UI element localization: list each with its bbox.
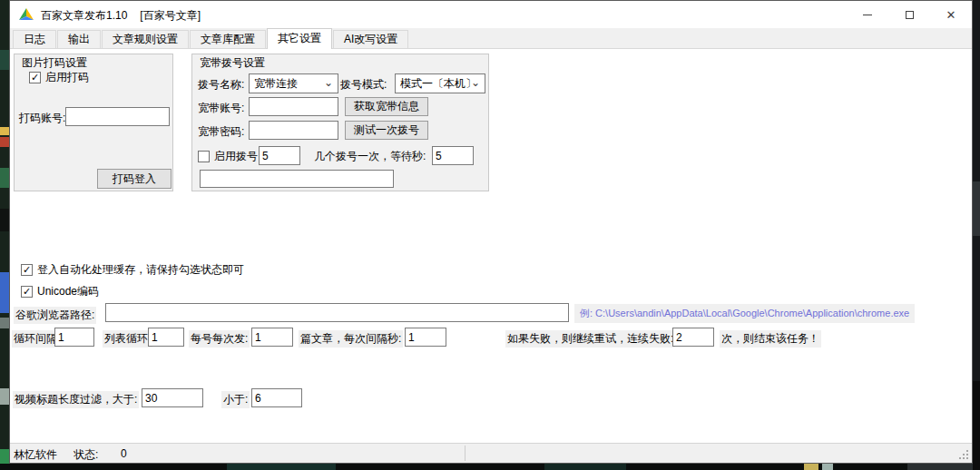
broadband-account-label: 宽带账号:: [198, 101, 244, 116]
captcha-account-input[interactable]: [65, 107, 170, 126]
dial-wait-input[interactable]: [432, 146, 474, 165]
per-account-input[interactable]: [251, 328, 293, 347]
status-value: 0: [121, 447, 127, 460]
captcha-groupbox: 图片打码设置 ✓ 启用打码 打码账号: 打码登入: [14, 54, 173, 191]
list-loop-input[interactable]: [148, 328, 184, 347]
other-settings-page: 图片打码设置 ✓ 启用打码 打码账号: 打码登入 宽带拨号设置 拨号名称: 宽带…: [10, 49, 972, 445]
tab-other-settings[interactable]: 其它设置: [267, 28, 332, 49]
tab-log[interactable]: 日志: [13, 30, 56, 48]
checkbox-unchecked-icon: [198, 151, 210, 162]
desktop-bottom-strip: [0, 464, 980, 470]
dial-name-value: 宽带连接: [254, 76, 298, 92]
dial-name-select[interactable]: 宽带连接 ⌄: [249, 73, 338, 93]
statusbar-separator: [465, 446, 466, 461]
enable-captcha-label: 启用打码: [45, 70, 89, 85]
loop-interval-input[interactable]: [54, 328, 94, 347]
title-less-input[interactable]: [251, 388, 302, 407]
enable-dial-label: 启用拨号: [214, 149, 258, 164]
fail-count-input[interactable]: [672, 328, 714, 347]
dial-name-label: 拨号名称:: [198, 77, 244, 93]
desktop-icon-fragment: [0, 137, 9, 147]
minimize-icon: [863, 15, 872, 15]
enable-captcha-checkbox[interactable]: ✓ 启用打码: [29, 70, 89, 85]
dial-mode-label: 拨号模式:: [340, 77, 387, 93]
per-account-label: 每号每次发:: [189, 330, 250, 348]
unicode-checkbox-label: Unicode编码: [37, 284, 99, 299]
gap-seconds-input[interactable]: [405, 328, 446, 347]
captcha-login-button[interactable]: 打码登入: [97, 169, 172, 189]
maximize-button[interactable]: [888, 1, 930, 28]
brand-label: 林忆软件: [14, 447, 57, 463]
dial-groupbox: 宽带拨号设置 拨号名称: 宽带连接 ⌄ 拨号模式: 模式一〔本机〕 ⌄ 宽带账号…: [191, 54, 489, 191]
dial-count-input[interactable]: [259, 146, 300, 165]
desktop-fragment: [804, 464, 818, 470]
checkmark-icon: ✓: [23, 265, 31, 275]
tab-strip: 日志 输出 文章规则设置 文章库配置 其它设置 AI改写设置: [10, 28, 972, 49]
dial-group-title: 宽带拨号设置: [200, 55, 265, 71]
status-label: 状态:: [74, 447, 98, 463]
title-bar[interactable]: 百家文章发布1.10[百家号文章] ✕: [10, 1, 972, 28]
desktop-left-strip: [0, 0, 9, 470]
cache-checkbox-label: 登入自动化处理缓存，请保持勾选状态即可: [37, 262, 244, 278]
fail-suffix-label: 次，则结束该任务！: [720, 330, 821, 348]
minimize-button[interactable]: [847, 1, 888, 28]
cache-checkbox[interactable]: ✓ 登入自动化处理缓存，请保持勾选状态即可: [21, 262, 244, 278]
close-button[interactable]: ✕: [930, 1, 972, 28]
browser-path-hint: 例: C:\Users\andin\AppData\Local\Google\C…: [574, 304, 915, 323]
desktop-icon-fragment: [0, 318, 9, 328]
dial-mode-value: 模式一〔本机〕: [400, 76, 476, 92]
unicode-checkbox[interactable]: ✓ Unicode编码: [21, 284, 99, 299]
browser-path-label: 谷歌浏览器路径:: [14, 307, 96, 324]
enable-dial-checkbox[interactable]: 启用拨号: [198, 149, 258, 164]
tab-article-library[interactable]: 文章库配置: [190, 30, 266, 48]
get-broadband-info-button[interactable]: 获取宽带信息: [345, 97, 428, 116]
checkbox-checked-icon: ✓: [29, 72, 41, 83]
desktop-fragment: [973, 381, 980, 470]
desktop-icon-fragment: [0, 168, 9, 188]
app-logo-icon: [19, 8, 34, 21]
window-controls: ✕: [847, 1, 972, 28]
checkbox-checked-icon: ✓: [21, 264, 33, 276]
captcha-group-title: 图片打码设置: [22, 55, 87, 71]
window-subtitle-text: [百家号文章]: [140, 9, 201, 22]
resize-grip-icon[interactable]: [966, 457, 968, 459]
maximize-icon: [906, 11, 914, 19]
desktop-icon-fragment: [0, 272, 9, 313]
status-bar: 林忆软件 状态: 0: [10, 443, 972, 463]
test-dial-button[interactable]: 测试一次拨号: [345, 121, 428, 140]
desktop-fragment: [544, 464, 626, 470]
desktop-icon-fragment: [0, 127, 9, 135]
article-gap-label: 篇文章，每次间隔秒:: [299, 330, 403, 348]
chevron-down-icon: ⌄: [471, 76, 480, 89]
title-greater-input[interactable]: [142, 388, 203, 407]
tab-ai-rewrite[interactable]: AI改写设置: [333, 30, 408, 48]
broadband-account-input[interactable]: [249, 97, 338, 116]
dial-wait-label: 几个拨号一次，等待秒:: [314, 149, 426, 164]
desktop-fragment: [227, 464, 336, 470]
browser-path-input[interactable]: [105, 303, 569, 322]
desktop-icon-fragment: [0, 388, 9, 405]
window-title: 百家文章发布1.10[百家号文章]: [41, 8, 201, 24]
chevron-down-icon: ⌄: [324, 76, 333, 89]
close-icon: ✕: [946, 9, 956, 21]
desktop-icon-fragment: [0, 50, 9, 70]
tab-output[interactable]: 输出: [57, 30, 101, 48]
window-title-text: 百家文章发布1.10: [41, 9, 127, 22]
title-filter-label: 视频标题长度过滤，大于:: [13, 391, 139, 408]
checkbox-checked-icon: ✓: [21, 286, 33, 298]
tab-article-rules[interactable]: 文章规则设置: [102, 30, 189, 48]
list-loop-label: 列表循环:: [103, 330, 152, 348]
broadband-password-input[interactable]: [249, 121, 338, 140]
broadband-password-label: 宽带密码:: [198, 124, 244, 140]
dial-extra-input[interactable]: [200, 170, 394, 188]
fail-retry-label: 如果失败，则继续重试，连续失败:: [505, 330, 675, 348]
dial-mode-select[interactable]: 模式一〔本机〕 ⌄: [395, 73, 485, 93]
desktop-fragment: [907, 464, 980, 470]
checkmark-icon: ✓: [23, 287, 31, 297]
desktop-fragment: [973, 181, 980, 236]
desktop-fragment: [822, 464, 833, 470]
title-less-label: 小于:: [221, 391, 250, 408]
checkmark-icon: ✓: [31, 73, 39, 83]
desktop-right-strip: [973, 0, 980, 470]
captcha-account-label: 打码账号:: [19, 111, 65, 126]
